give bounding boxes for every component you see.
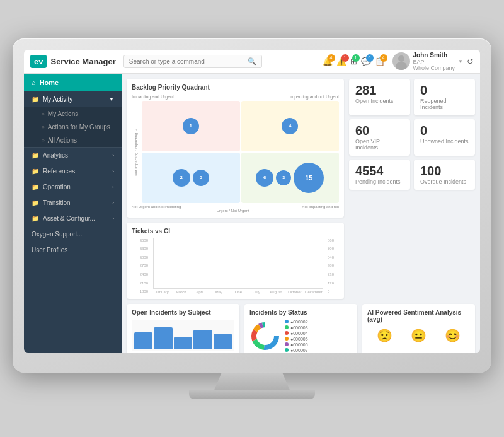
- quadrant-grid: 1 4 2 5: [142, 101, 339, 203]
- legend-label-4: ●000006: [290, 342, 308, 347]
- open-incidents-title: Open Incidents by Subject: [132, 309, 234, 316]
- open-incidents-chart: [132, 320, 234, 351]
- donut-chart: [249, 320, 281, 352]
- stat-reopened-number: 0: [420, 84, 469, 96]
- legend-item-2: ●000004: [285, 331, 308, 335]
- bell-badge: 4: [328, 54, 335, 62]
- bubble-3: 3: [276, 170, 291, 185]
- notification-bell[interactable]: 🔔 4: [323, 57, 333, 66]
- sidebar-item-operation[interactable]: 📁 Operation ›: [24, 179, 122, 195]
- notification-chat[interactable]: 💬 6: [361, 57, 371, 66]
- oxygen-label: Oxygen Support...: [32, 231, 83, 238]
- stat-overdue-incidents: 100 Overdue Incidents: [414, 160, 475, 190]
- legend-dot-0: [285, 320, 289, 323]
- stat-pending-incidents: 4554 Pending Incidents: [349, 160, 410, 190]
- sidebar-item-analytics[interactable]: 📁 Analytics ›: [24, 148, 122, 163]
- backlog-title: Backlog Priority Quadrant: [132, 84, 339, 91]
- stat-overdue-label: Overdue Incidents: [420, 178, 469, 185]
- sentiment-happy-emoji: 😊: [445, 328, 461, 343]
- legend-label-3: ●000005: [290, 337, 308, 341]
- legend-items: ●000002 ●000003 ●000004: [285, 320, 308, 353]
- content-area: 281 Open Incidents 0 Reopened Incidents …: [122, 74, 480, 353]
- actions-for-groups-label: Actions for My Groups: [48, 124, 110, 131]
- chart-body: January March April May June July August…: [153, 238, 323, 294]
- app-title: Service Manager: [50, 57, 115, 66]
- sidebar-item-transition[interactable]: 📁 Transition ›: [24, 195, 122, 211]
- sidebar-item-references[interactable]: 📁 References ›: [24, 163, 122, 179]
- stat-open-incidents: 281 Open Incidents: [349, 79, 410, 115]
- quadrant-area: Not Impacting / Impacting → 1: [132, 101, 339, 203]
- main-layout: ⌂ Home 📁 My Activity ▼ My Actio: [24, 74, 480, 353]
- legend-dot-2: [285, 331, 289, 335]
- x-label-4: June: [229, 290, 246, 294]
- open-incidents-card: Open Incidents by Subject: [127, 304, 239, 353]
- bubble-4: 4: [282, 118, 298, 134]
- analytics-label: Analytics: [43, 152, 68, 159]
- sidebar-item-asset[interactable]: 📁 Asset & Configur... ›: [24, 211, 122, 226]
- references-folder-icon: 📁: [32, 168, 39, 175]
- y-axis-label: Not Impacting / Impacting →: [132, 101, 140, 203]
- stats-grid: 281 Open Incidents 0 Reopened Incidents …: [349, 79, 475, 190]
- user-name: John Smith: [413, 52, 455, 59]
- stat-open-incidents-label: Open Incidents: [355, 98, 404, 104]
- sidebar-item-user-profiles[interactable]: User Profiles: [24, 242, 122, 258]
- stat-reopened-label: Reopened Incidents: [420, 98, 469, 110]
- avatar: [392, 52, 410, 70]
- quadrant-tl: 1: [142, 101, 240, 151]
- sentiment-card: AI Powered Sentiment Analysis (avg) 😟 😐 …: [362, 304, 475, 353]
- search-icon: 🔍: [248, 57, 256, 66]
- x-label-3: May: [210, 290, 227, 294]
- legend-label-0: ●000002: [290, 320, 308, 324]
- x-label-0: January: [153, 290, 171, 294]
- transition-label: Transition: [43, 199, 71, 206]
- incidents-status-title: Incidents by Status: [249, 309, 352, 316]
- asset-label: Asset & Configur...: [43, 215, 95, 222]
- notification-grid[interactable]: ⊞ 1: [350, 57, 357, 66]
- user-chevron-icon: ▼: [458, 59, 463, 64]
- sentiment-sad-emoji: 😟: [377, 328, 392, 343]
- quadrant-br: 6 3 15: [241, 153, 340, 203]
- header-icons: 🔔 4 ⚠️ 1 ⊞ 1 💬 6: [323, 52, 474, 71]
- operation-label: Operation: [43, 184, 71, 190]
- sidebar-item-my-activity[interactable]: 📁 My Activity ▼: [24, 91, 122, 107]
- bubble-2: 2: [173, 169, 190, 187]
- legend-item-4: ●000006: [285, 342, 308, 347]
- search-bar[interactable]: 🔍: [123, 55, 262, 68]
- monitor-stand: [214, 373, 290, 390]
- grid-badge: 1: [352, 54, 360, 62]
- svg-point-1: [396, 62, 407, 70]
- search-input[interactable]: [129, 58, 248, 65]
- all-actions-label: All Actions: [48, 137, 77, 144]
- backlog-quadrant-card: Backlog Priority Quadrant Impacting and …: [127, 79, 344, 218]
- user-profiles-label: User Profiles: [32, 247, 67, 253]
- folder-icon: 📁: [32, 96, 39, 103]
- sidebar-item-all-actions[interactable]: All Actions: [24, 134, 122, 147]
- refresh-icon[interactable]: ↺: [467, 57, 474, 66]
- notification-task[interactable]: 📋 4: [375, 57, 385, 66]
- tickets-chart-card: Tickets vs CI 36003300300027002400210018…: [127, 223, 344, 299]
- sidebar-sub-my-activity: My Actions Actions for My Groups All Act…: [24, 107, 122, 147]
- analytics-folder-icon: 📁: [32, 152, 39, 159]
- logo: ev: [30, 55, 47, 68]
- task-badge: 4: [380, 54, 387, 62]
- operation-folder-icon: 📁: [32, 184, 39, 190]
- my-actions-label: My Actions: [48, 110, 78, 117]
- stat-open-incidents-number: 281: [355, 84, 404, 96]
- stat-pending-label: Pending Incidents: [355, 178, 404, 185]
- quadrant-bl: 2 5: [142, 153, 240, 203]
- x-label-6: August: [267, 290, 285, 294]
- chart-x-labels: January March April May June July August…: [153, 290, 323, 294]
- y-axis-left: 3600330030002700240021001800: [132, 238, 149, 294]
- sidebar-home[interactable]: ⌂ Home: [24, 74, 122, 91]
- quadrant-tr-label: Impacting and not Urgent: [289, 95, 339, 99]
- sidebar-item-actions-for-groups[interactable]: Actions for My Groups: [24, 120, 122, 134]
- user-info[interactable]: John Smith EAP Whole Company ▼: [392, 52, 463, 71]
- x-label-2: April: [191, 290, 209, 294]
- notification-alert[interactable]: ⚠️ 1: [336, 57, 346, 66]
- sidebar-item-oxygen[interactable]: Oxygen Support...: [24, 226, 122, 242]
- transition-chevron: ›: [112, 200, 114, 206]
- sidebar: ⌂ Home 📁 My Activity ▼ My Actio: [24, 74, 122, 353]
- sidebar-item-my-actions[interactable]: My Actions: [24, 107, 122, 120]
- x-label-8: December: [305, 290, 323, 294]
- alert-badge: 1: [341, 54, 349, 62]
